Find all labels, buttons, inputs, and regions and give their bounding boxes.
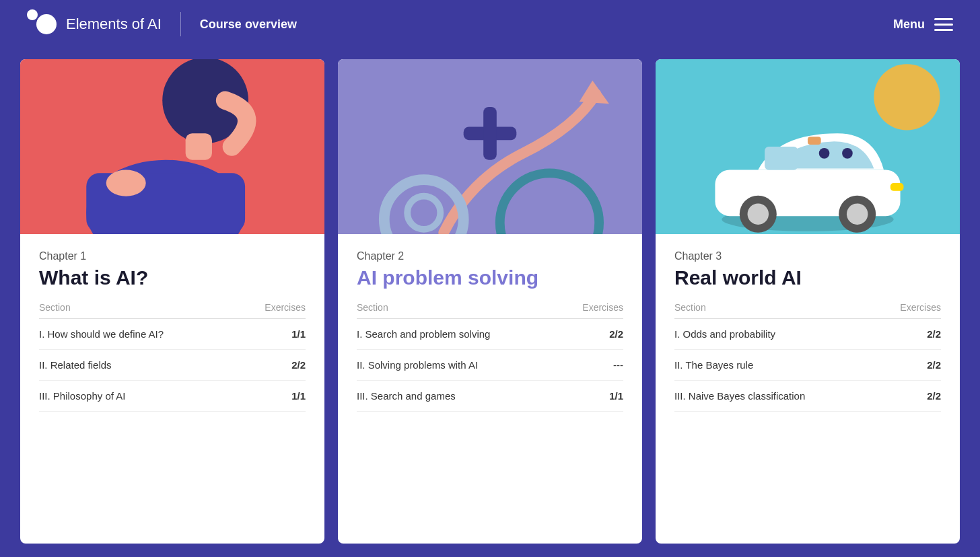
menu-button[interactable]: Menu <box>893 17 953 32</box>
section-score: 1/1 <box>561 381 623 412</box>
exercises-header-3: Exercises <box>878 302 941 319</box>
section-score: 2/2 <box>878 381 941 412</box>
chapter-1-card[interactable]: Chapter 1 What is AI? Section Exercises … <box>20 59 324 544</box>
svg-rect-3 <box>186 133 212 159</box>
svg-point-10 <box>407 196 440 229</box>
card-1-image <box>20 59 324 234</box>
card-2-image <box>338 59 642 234</box>
svg-marker-7 <box>580 81 609 104</box>
section-score: 2/2 <box>878 319 941 350</box>
table-row: I. How should we define AI?1/1 <box>39 319 306 350</box>
svg-point-21 <box>842 148 853 159</box>
section-name: I. Search and problem solving <box>357 319 561 350</box>
exercises-header-2: Exercises <box>561 302 623 319</box>
exercises-header-1: Exercises <box>240 302 306 319</box>
table-row: III. Philosophy of AI1/1 <box>39 381 306 412</box>
chapter-3-table: Section Exercises I. Odds and probabilit… <box>674 302 941 412</box>
logo-icon <box>27 9 57 39</box>
hamburger-icon <box>934 18 953 31</box>
chapter-3-title: Real world AI <box>674 266 941 289</box>
table-row: II. The Bayes rule2/2 <box>674 350 941 381</box>
table-row: III. Naive Bayes classification2/2 <box>674 381 941 412</box>
table-row: I. Odds and probability2/2 <box>674 319 941 350</box>
section-name: II. The Bayes rule <box>674 350 878 381</box>
section-score: 1/1 <box>240 319 306 350</box>
section-score: 2/2 <box>878 350 941 381</box>
card-2-body: Chapter 2 AI problem solving Section Exe… <box>338 234 642 544</box>
section-header-2: Section <box>357 302 561 319</box>
section-name: III. Philosophy of AI <box>39 381 240 412</box>
logo-circle-small <box>27 9 38 20</box>
section-name: III. Search and games <box>357 381 561 412</box>
chapter-1-table: Section Exercises I. How should we defin… <box>39 302 306 412</box>
section-score: 2/2 <box>561 319 623 350</box>
chapter-1-title: What is AI? <box>39 266 306 289</box>
section-score: 1/1 <box>240 381 306 412</box>
chapter-2-card[interactable]: Chapter 2 AI problem solving Section Exe… <box>338 59 642 544</box>
svg-rect-14 <box>765 147 798 170</box>
chapter-2-label: Chapter 2 <box>357 250 623 262</box>
card-3-image <box>656 59 960 234</box>
section-name: II. Related fields <box>39 350 240 381</box>
section-header-1: Section <box>39 302 240 319</box>
section-name: III. Naive Bayes classification <box>674 381 878 412</box>
table-row: I. Search and problem solving2/2 <box>357 319 623 350</box>
table-row: II. Solving problems with AI--- <box>357 350 623 381</box>
section-name: I. How should we define AI? <box>39 319 240 350</box>
section-name: II. Solving problems with AI <box>357 350 561 381</box>
section-score: 2/2 <box>240 350 306 381</box>
logo-circle-big <box>36 14 57 34</box>
header-divider <box>180 12 181 36</box>
section-name: I. Odds and probability <box>674 319 878 350</box>
header: Elements of AI Course overview Menu <box>0 0 980 48</box>
chapter-3-card[interactable]: Chapter 3 Real world AI Section Exercise… <box>656 59 960 544</box>
svg-point-9 <box>500 173 599 234</box>
svg-rect-6 <box>483 107 497 160</box>
card-1-body: Chapter 1 What is AI? Section Exercises … <box>20 234 324 544</box>
svg-point-20 <box>819 148 830 159</box>
course-overview-link[interactable]: Course overview <box>200 17 297 32</box>
svg-point-16 <box>748 204 769 225</box>
chapter-3-label: Chapter 3 <box>674 250 941 262</box>
chapter-2-title: AI problem solving <box>357 266 623 289</box>
brand-name: Elements of AI <box>66 15 162 33</box>
svg-rect-19 <box>890 183 904 191</box>
section-score: --- <box>561 350 623 381</box>
table-row: III. Search and games1/1 <box>357 381 623 412</box>
section-header-3: Section <box>674 302 878 319</box>
table-row: II. Related fields2/2 <box>39 350 306 381</box>
chapter-1-label: Chapter 1 <box>39 250 306 262</box>
svg-point-4 <box>106 170 146 196</box>
svg-point-18 <box>847 204 868 225</box>
logo-area[interactable]: Elements of AI <box>27 9 162 39</box>
svg-point-11 <box>874 64 940 130</box>
main-content: Chapter 1 What is AI? Section Exercises … <box>0 48 980 557</box>
chapter-2-table: Section Exercises I. Search and problem … <box>357 302 623 412</box>
svg-rect-22 <box>808 137 821 145</box>
menu-label: Menu <box>893 17 925 32</box>
card-3-body: Chapter 3 Real world AI Section Exercise… <box>656 234 960 544</box>
